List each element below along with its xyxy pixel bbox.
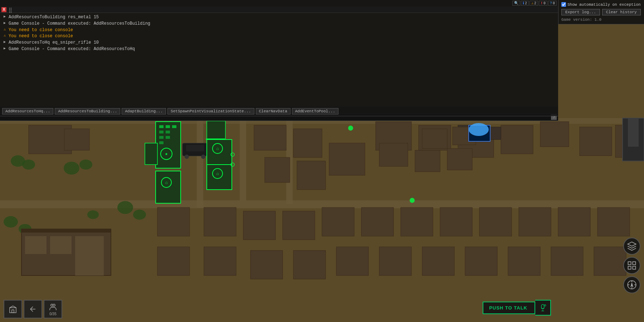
svg-point-52 [348,126,353,131]
svg-rect-57 [265,157,290,182]
svg-rect-18 [50,236,72,254]
push-to-talk-button[interactable]: PUSH TO TALK [483,302,535,314]
svg-rect-86 [422,247,454,275]
close-button[interactable]: X [1,7,6,12]
error-icon: ! [541,1,543,5]
log-entry: ▶Game Console - Command executed: AddRes… [2,46,556,52]
question-icon: ? [550,1,552,5]
svg-rect-47 [207,165,232,190]
quick-command-0[interactable]: AddResourcesToHq... [2,108,53,114]
search-icon: 🔍 [514,1,518,5]
log-text: You need to close console [9,33,73,39]
svg-rect-78 [558,208,590,236]
svg-rect-44 [207,140,232,165]
quick-command-5[interactable]: AddEventToPool... [292,108,338,114]
svg-point-10 [117,201,133,214]
grid-button[interactable] [623,257,640,274]
svg-rect-39 [186,145,204,151]
svg-rect-107 [628,266,631,269]
svg-point-11 [133,210,146,220]
svg-rect-16 [21,229,111,233]
export-log-button[interactable]: Export log... [561,9,600,15]
svg-rect-105 [628,262,631,265]
svg-rect-82 [250,250,283,279]
quick-command-2[interactable]: AdaptBuilding... [122,108,166,114]
push-to-talk-area: PUSH TO TALK [483,300,551,316]
svg-rect-29 [159,136,164,139]
console-panel: X ⣿ ▶AddResourcesToBuilding res_metal 15… [0,6,558,121]
svg-rect-85 [379,247,411,275]
warn-icon: ⚠ [531,1,533,5]
svg-point-41 [201,155,205,159]
console-titlebar: X ⣿ [0,6,558,13]
svg-text:⌂: ⌂ [216,171,219,176]
log-text: Game Console - Command executed: AddReso… [9,46,135,52]
svg-point-97 [469,123,489,136]
compass-button[interactable] [623,276,640,293]
svg-rect-74 [401,208,433,236]
log-entry: ▶Game Console - Command executed: AddRes… [2,21,556,27]
question-count-group[interactable]: ? 0 [548,1,557,6]
svg-text:★: ★ [165,151,168,157]
svg-rect-88 [508,247,540,275]
top-right-panel: Show automatically on exception Export l… [558,0,644,24]
log-text: AddResourcesToHq eq_sniper_rifle 10 [9,40,99,46]
svg-rect-23 [157,123,179,166]
svg-rect-93 [379,143,408,166]
svg-rect-90 [594,247,626,275]
svg-rect-77 [519,208,551,236]
game-version-label: Game version: 1.0 [561,18,641,22]
arrow-icon: ▶ [2,40,7,45]
question-count: 0 [553,1,555,5]
info-count-group[interactable]: ℹ 2 [521,1,529,6]
drag-handle-icon: ⣿ [9,7,14,12]
svg-rect-3 [240,114,246,200]
squad-button[interactable]: 0/35 [44,300,62,318]
log-text: Game Console - Command executed: AddReso… [9,21,150,27]
svg-rect-84 [336,247,369,275]
auto-exception-checkbox[interactable] [561,2,566,7]
layers-button[interactable] [623,238,640,255]
svg-rect-21 [64,129,89,150]
svg-text:⌂: ⌂ [165,180,167,185]
svg-point-102 [51,304,53,306]
ptt-icon-button[interactable] [535,300,551,316]
svg-rect-95 [447,148,472,170]
svg-rect-99 [628,118,639,147]
back-button[interactable] [24,300,42,318]
warn-count-group[interactable]: ⚠ 2 [530,1,538,6]
svg-rect-108 [633,266,635,269]
svg-text:⌂: ⌂ [216,146,219,151]
quick-command-3[interactable]: SetSpawnPointVisualizationState... [167,108,254,114]
svg-rect-31 [159,141,164,144]
bottom-left-buttons: 0/35 [4,300,62,318]
svg-rect-79 [597,208,630,236]
svg-rect-106 [633,262,635,265]
svg-rect-24 [159,125,164,128]
svg-rect-70 [243,211,275,240]
svg-rect-25 [166,125,170,128]
svg-rect-34 [145,143,157,165]
info-icon: ℹ [523,1,524,5]
error-count-group[interactable]: ! 0 [539,1,547,6]
quick-commands-bar: AddResourcesToHq...AddResourcesToBuildin… [0,107,558,116]
auto-exception-row: Show automatically on exception [561,2,641,7]
building-button[interactable] [4,300,22,318]
svg-rect-89 [551,247,583,275]
svg-rect-76 [479,208,512,236]
search-icon-group[interactable]: 🔍 [512,1,520,6]
quick-command-1[interactable]: AddResourcesToBuilding... [55,108,120,114]
svg-rect-83 [293,250,326,279]
svg-rect-19 [75,236,104,275]
svg-rect-55 [293,129,322,157]
svg-rect-26 [172,125,176,128]
quick-command-4[interactable]: ClearNavData [256,108,291,114]
warning-icon: ⚠ [2,27,7,32]
error-count: 0 [543,1,546,5]
svg-point-13 [4,216,18,228]
svg-point-8 [64,162,79,175]
clear-history-button[interactable]: Clear history [602,9,641,15]
log-text: AddResourcesToBuilding res_metal 15 [9,14,99,20]
arrow-icon: ▶ [2,21,7,26]
arrow-icon: ▶ [2,46,7,51]
